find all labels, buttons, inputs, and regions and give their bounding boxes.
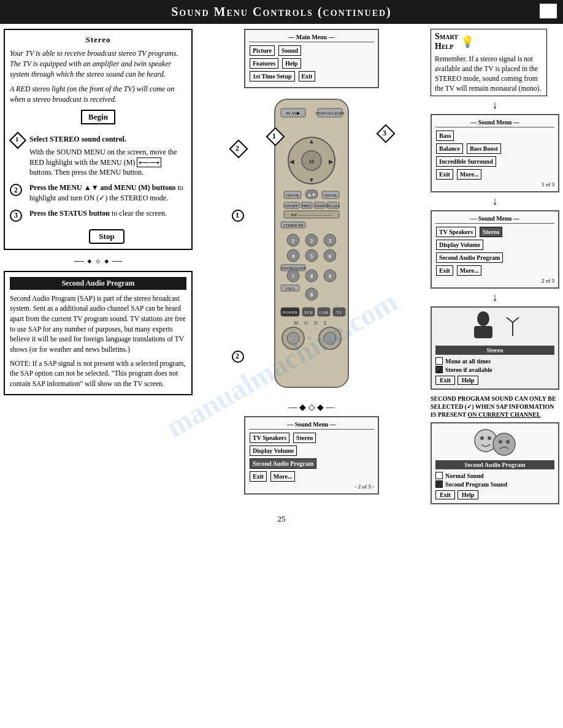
divider: — ⬥ ⬦ ⬥ — xyxy=(4,255,193,266)
svg-text:3: 3 xyxy=(329,238,332,244)
svg-text:2: 2 xyxy=(310,238,313,244)
display-vol-btn[interactable]: Display Volume xyxy=(436,240,483,250)
svg-text:▼: ▼ xyxy=(308,176,315,183)
svg-text:▲: ▲ xyxy=(308,138,315,145)
stereo-red-note: A RED stereo light (on the front of the … xyxy=(10,84,186,105)
more-btn-sap[interactable]: More... xyxy=(270,471,296,482)
svg-text:M O D E: M O D E xyxy=(294,320,329,326)
sound-btn[interactable]: Sound xyxy=(278,45,301,56)
svg-point-66 xyxy=(324,332,336,344)
page-number: 25 xyxy=(0,514,563,529)
sm2-page: 2 of 3 xyxy=(435,278,554,284)
svg-point-73 xyxy=(480,436,484,440)
sap-menu-row-2: Display Volume xyxy=(249,445,374,457)
stereo-btn-2[interactable]: Stereo xyxy=(293,433,316,443)
svg-text:SWAP: SWAP xyxy=(315,204,325,208)
sap-help-btn[interactable]: Help xyxy=(458,490,479,499)
menu-row-3: 1st Time Setup Exit xyxy=(249,70,374,82)
svg-text:CH/VOL: CH/VOL xyxy=(324,194,338,197)
svg-text:3 TIMER PIP: 3 TIMER PIP xyxy=(283,224,304,227)
sm2-row2: Display Volume xyxy=(435,239,554,251)
center-column: — Main Menu — Picture Sound Features Hel… xyxy=(196,29,427,504)
header-title: Sound Menu Controls (continued) xyxy=(171,5,392,18)
svg-text:▶: ▶ xyxy=(329,158,334,165)
sm1-row3: Incredible Surround xyxy=(435,156,554,167)
balance-btn[interactable]: Balance xyxy=(436,143,463,154)
stereo-avail-checkbox[interactable]: ✓ xyxy=(435,366,443,373)
second-audio-btn-2[interactable]: Second Audio Program xyxy=(250,458,316,469)
picture-btn[interactable]: Picture xyxy=(250,45,275,56)
more-btn-sm1[interactable]: More... xyxy=(457,169,482,180)
svg-text:▲▼: ▲▼ xyxy=(307,192,316,197)
bass-boost-btn[interactable]: Bass Boost xyxy=(467,143,501,154)
exit-btn[interactable]: Exit xyxy=(299,71,316,82)
arrow-down-2: ↓ xyxy=(431,195,559,208)
smart-help-box: Smart Help 💡 Remember. If a stereo signa… xyxy=(431,29,547,96)
svg-text:CH/VOL: CH/VOL xyxy=(286,194,300,197)
exit-btn-sap[interactable]: Exit xyxy=(250,471,267,482)
sap-menu-row-3: Second Audio Program xyxy=(249,458,374,469)
sap-description: Second Audio Program (SAP) is part of th… xyxy=(10,294,186,355)
menu-row-2: Features Help xyxy=(249,58,374,69)
step-3: 3 Press the STATUS button to clear the s… xyxy=(10,208,186,222)
person-icon xyxy=(468,311,499,342)
svg-text:PREV: PREV xyxy=(302,204,312,208)
stereo-btn[interactable]: Stereo xyxy=(480,227,502,237)
help-btn[interactable]: Help xyxy=(282,58,301,69)
stereo-section: Stereo Your TV is able to receive broadc… xyxy=(4,29,193,250)
mono-checkbox[interactable] xyxy=(435,357,443,365)
arrow-down-1: ↓ xyxy=(431,99,559,112)
svg-text:◀: ◀ xyxy=(289,158,294,165)
stereo-exit-btn[interactable]: Exit xyxy=(435,376,455,385)
smart-label: Smart xyxy=(435,32,458,42)
more-btn-sm2[interactable]: More... xyxy=(457,265,482,276)
begin-label: Begin xyxy=(81,110,115,124)
svg-point-76 xyxy=(499,440,502,444)
remote-container: 2 1 3 1 2 xyxy=(238,93,385,400)
incredible-btn[interactable]: Incredible Surround xyxy=(436,156,496,167)
lightbulb-icon: 💡 xyxy=(461,35,474,48)
normal-sound-checkbox[interactable] xyxy=(435,472,443,479)
main-layout: Stereo Your TV is able to receive broadc… xyxy=(0,29,563,504)
second-audio-btn[interactable]: Second Audio Program xyxy=(436,252,503,263)
svg-text:7: 7 xyxy=(292,273,295,279)
features-btn[interactable]: Features xyxy=(250,58,278,69)
svg-text:5: 5 xyxy=(310,253,313,259)
svg-text:CAB: CAB xyxy=(320,310,329,315)
stereo-avail-label: Stereo if available xyxy=(445,366,492,373)
sap-exit-btn[interactable]: Exit xyxy=(435,490,455,499)
svg-text:0: 0 xyxy=(310,292,313,298)
bass-btn[interactable]: Bass xyxy=(436,131,454,141)
sap-second-screen: Second Audio Program Normal Sound ✓ Seco… xyxy=(431,422,559,504)
second-program-checkbox[interactable]: ✓ xyxy=(435,480,443,488)
step1-text: Select STEREO sound control. With the SO… xyxy=(29,134,186,178)
svg-text:8: 8 xyxy=(310,273,313,279)
sap-title: Second Audio Program xyxy=(10,277,186,290)
exit-btn-sm2[interactable]: Exit xyxy=(436,265,453,276)
svg-text:PLAY▶: PLAY▶ xyxy=(286,111,301,116)
second-program-option: ✓ Second Program Sound xyxy=(435,480,554,488)
smart-help-title: Smart Help 💡 xyxy=(435,32,543,51)
tv-speakers-btn[interactable]: TV Speakers xyxy=(436,227,476,237)
sap-exit-help: Exit Help xyxy=(435,490,554,499)
svg-text:1/ALL: 1/ALL xyxy=(285,287,296,290)
stop-label: Stop xyxy=(89,229,124,244)
svg-line-70 xyxy=(507,317,513,322)
svg-text:M: M xyxy=(309,159,315,165)
svg-text:RECALL: RECALL xyxy=(326,204,340,208)
stereo-intro: Your TV is able to receive broadcast ste… xyxy=(10,48,186,79)
tv-speakers-btn-2[interactable]: TV Speakers xyxy=(250,433,289,443)
display-vol-btn-2[interactable]: Display Volume xyxy=(250,446,297,456)
sm1-row2: Balance Bass Boost xyxy=(435,143,554,154)
stereo-submenu-screen: Stereo Mono at all times ✓ Stereo if ava… xyxy=(431,306,559,390)
stereo-help-btn[interactable]: Help xyxy=(458,376,479,385)
sap-menu-row-4: Exit More... xyxy=(249,471,374,482)
main-menu-title: — Main Menu — xyxy=(249,34,374,42)
header-box xyxy=(540,4,557,18)
svg-text:PIP ————————: PIP ———————— xyxy=(291,213,333,218)
svg-point-74 xyxy=(488,436,491,440)
sap-menu-row-1: TV Speakers Stereo xyxy=(249,432,374,444)
exit-btn-sm1[interactable]: Exit xyxy=(436,169,453,180)
setup-btn[interactable]: 1st Time Setup xyxy=(250,71,295,82)
sap-note: NOTE: If a SAP signal is not present wit… xyxy=(10,358,186,389)
